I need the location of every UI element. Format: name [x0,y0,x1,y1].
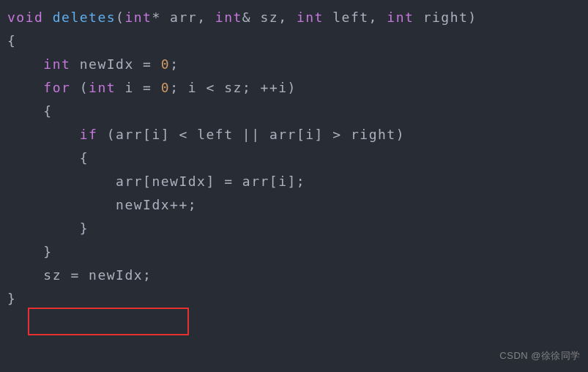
highlight-rectangle [28,308,189,335]
brace-close: } [7,291,16,306]
keyword-if: if [80,127,98,142]
watermark-text: CSDN @徐徐同学 [499,344,581,368]
function-name: deletes [53,10,116,25]
keyword-void: void [7,10,43,25]
brace-open: { [7,33,16,48]
keyword-for: for [43,80,70,95]
type-int: int [124,10,152,25]
code-block: void deletes(int* arr, int& sz, int left… [7,6,581,310]
